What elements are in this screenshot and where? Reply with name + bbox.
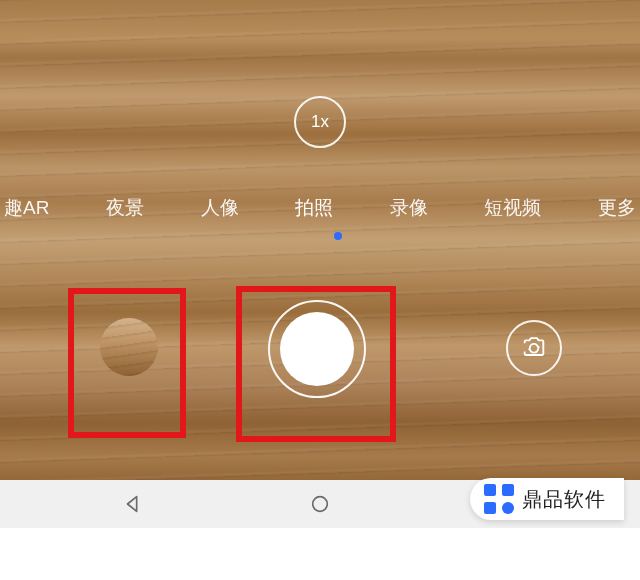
mode-selector[interactable]: 趣AR 夜景 人像 拍照 录像 短视频 更多 [0,195,640,221]
triangle-back-icon [122,493,144,515]
nav-back-button[interactable] [113,484,153,524]
nav-home-button[interactable] [300,484,340,524]
zoom-button[interactable]: 1x [294,96,346,148]
mode-short-video[interactable]: 短视频 [484,195,541,221]
shutter-ring [268,300,366,398]
svg-point-0 [313,497,328,512]
bottom-area [0,528,640,580]
circle-home-icon [309,493,331,515]
mode-video[interactable]: 录像 [390,195,428,221]
camera-viewfinder: 1x 趣AR 夜景 人像 拍照 录像 短视频 更多 [0,0,640,480]
controls-row [0,300,640,440]
gallery-thumbnail-button[interactable] [100,318,158,376]
watermark-badge: 鼎品软件 [470,478,624,520]
watermark-logo-icon [484,484,514,514]
flip-camera-icon [520,334,548,362]
mode-night[interactable]: 夜景 [106,195,144,221]
mode-ar[interactable]: 趣AR [4,195,49,221]
mode-more[interactable]: 更多 [598,195,636,221]
mode-photo[interactable]: 拍照 [295,195,333,221]
zoom-label: 1x [311,112,329,132]
watermark-text: 鼎品软件 [522,486,606,513]
flip-camera-button[interactable] [506,320,562,376]
mode-portrait[interactable]: 人像 [201,195,239,221]
active-mode-indicator-icon [334,232,342,240]
shutter-button[interactable] [280,312,354,386]
